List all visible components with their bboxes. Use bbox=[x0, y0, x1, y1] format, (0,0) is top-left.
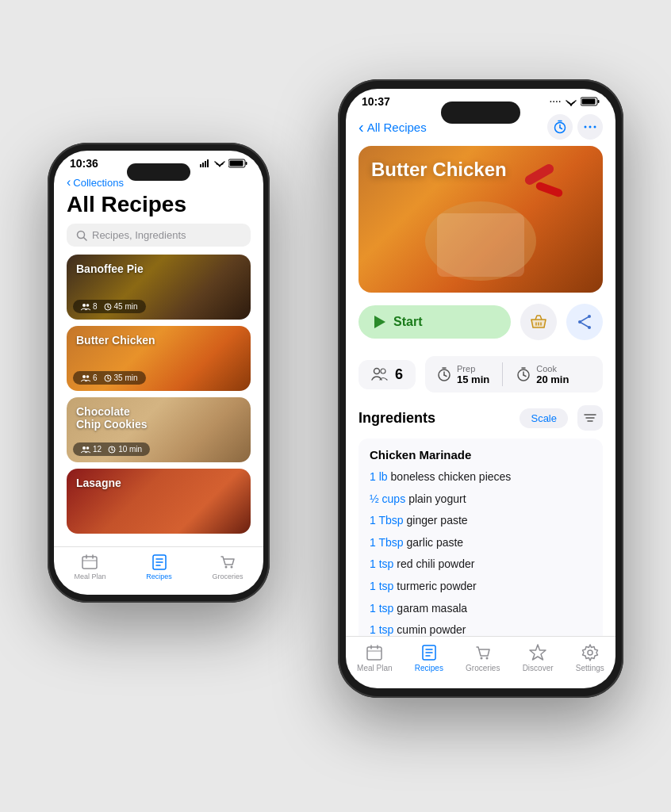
tab-settings-front[interactable]: Settings bbox=[576, 643, 604, 672]
recipe-card-lasagne[interactable]: Lasagne bbox=[67, 469, 251, 534]
time-butter-chicken: 35 min bbox=[104, 373, 138, 382]
ingredients-header: Ingredients Scale bbox=[346, 402, 615, 439]
dots-icon: ···· bbox=[550, 98, 562, 106]
recipes-icon bbox=[151, 553, 168, 571]
tab-groceries-back[interactable]: Groceries bbox=[213, 553, 243, 580]
basket-icon bbox=[529, 312, 548, 331]
svg-point-16 bbox=[86, 375, 90, 378]
front-time: 10:37 bbox=[362, 95, 390, 108]
timer-icon bbox=[553, 120, 567, 134]
front-tab-bar: Meal Plan Recipes bbox=[346, 636, 615, 688]
svg-line-24 bbox=[112, 450, 113, 450]
ingredient-8: 1 tsp cumin powder bbox=[370, 619, 592, 636]
servings-banoffee: 8 bbox=[81, 302, 98, 311]
servings-butter-chicken: 6 bbox=[81, 373, 98, 382]
front-status-icons: ···· bbox=[550, 97, 600, 106]
recipe-card-butter-chicken[interactable]: Butter Chicken 6 bbox=[67, 326, 251, 391]
timer-btn[interactable] bbox=[547, 114, 573, 140]
svg-rect-37 bbox=[598, 100, 600, 103]
svg-point-34 bbox=[231, 566, 233, 569]
filter-button[interactable] bbox=[577, 405, 603, 431]
back-time: 10:36 bbox=[70, 157, 98, 170]
people-icon bbox=[81, 303, 90, 311]
groceries-icon bbox=[219, 553, 236, 571]
svg-line-9 bbox=[84, 237, 87, 240]
svg-point-45 bbox=[594, 126, 596, 128]
svg-rect-0 bbox=[200, 164, 201, 167]
tab-discover-front[interactable]: Discover bbox=[523, 643, 554, 672]
recipe-title-butter-chicken: Butter Chicken bbox=[76, 334, 155, 347]
recipe-list: Banoffee Pie 8 bbox=[54, 255, 263, 546]
cook-time-value: 20 min bbox=[536, 373, 569, 385]
back-page-title: All Recipes bbox=[67, 189, 251, 224]
more-btn[interactable] bbox=[577, 114, 603, 140]
cook-time-info: Cook 20 min bbox=[536, 364, 569, 385]
action-buttons: Start bbox=[346, 293, 615, 351]
svg-rect-65 bbox=[367, 647, 382, 660]
wifi-icon bbox=[214, 159, 225, 167]
chevron-left-icon: ‹ bbox=[67, 176, 71, 189]
tab-groceries-front[interactable]: Groceries bbox=[466, 643, 500, 672]
collections-label: Collections bbox=[73, 177, 124, 189]
meal-plan-tab-icon bbox=[365, 643, 384, 662]
ingredient-5: 1 tsp red chili powder bbox=[370, 553, 592, 576]
basket-button[interactable] bbox=[520, 304, 557, 340]
svg-rect-6 bbox=[246, 162, 247, 165]
share-icon bbox=[577, 314, 592, 330]
search-bar[interactable]: Recipes, Ingredients bbox=[67, 224, 251, 247]
tab-recipes-front[interactable]: Recipes bbox=[415, 643, 443, 672]
people-icon bbox=[81, 446, 90, 454]
recipe-card-cookies[interactable]: ChocolateChip Cookies 12 bbox=[67, 397, 251, 462]
discover-tab-icon bbox=[528, 643, 547, 662]
battery-icon bbox=[228, 159, 247, 168]
recipe-hero-image: Butter Chicken bbox=[359, 146, 603, 293]
meal-plan-icon bbox=[81, 553, 98, 571]
cook-clock-icon bbox=[516, 366, 531, 382]
settings-tab-icon bbox=[581, 643, 600, 662]
svg-line-60 bbox=[523, 375, 526, 377]
svg-point-35 bbox=[570, 104, 572, 105]
ingredients-controls: Scale bbox=[520, 405, 603, 431]
recipe-card-banoffee[interactable]: Banoffee Pie 8 bbox=[67, 255, 251, 320]
prep-time-value: 15 min bbox=[457, 373, 489, 385]
play-icon bbox=[374, 316, 385, 328]
filter-icon bbox=[584, 412, 596, 423]
svg-point-51 bbox=[578, 320, 581, 324]
clock-icon bbox=[108, 446, 116, 454]
svg-point-74 bbox=[485, 657, 488, 660]
svg-line-14 bbox=[108, 307, 109, 308]
prep-clock-icon bbox=[436, 366, 452, 382]
svg-point-10 bbox=[82, 304, 86, 307]
svg-point-21 bbox=[86, 446, 90, 450]
prep-time-info: Prep 15 min bbox=[457, 364, 489, 385]
tab-meal-plan-front[interactable]: Meal Plan bbox=[357, 643, 392, 672]
back-phone-screen: 10:36 bbox=[54, 151, 263, 595]
svg-point-15 bbox=[82, 375, 86, 378]
people-icon bbox=[81, 374, 90, 382]
start-button[interactable]: Start bbox=[359, 305, 511, 339]
time-banoffee: 45 min bbox=[104, 302, 138, 311]
svg-point-33 bbox=[225, 566, 228, 569]
svg-point-75 bbox=[588, 650, 592, 655]
tab-recipes-back[interactable]: Recipes bbox=[146, 553, 172, 580]
signal-icon bbox=[200, 159, 211, 167]
phone-back: 10:36 bbox=[48, 143, 270, 603]
scale-button[interactable]: Scale bbox=[520, 408, 568, 428]
svg-point-43 bbox=[585, 126, 587, 128]
svg-rect-38 bbox=[582, 99, 596, 105]
share-button[interactable] bbox=[566, 304, 603, 340]
more-icon bbox=[584, 125, 596, 128]
svg-point-50 bbox=[588, 326, 591, 329]
servings-cookies: 12 bbox=[81, 445, 102, 454]
back-dynamic-island bbox=[127, 163, 190, 181]
recipe-title-banoffee: Banoffee Pie bbox=[76, 262, 144, 275]
clock-icon bbox=[104, 374, 112, 382]
header-actions-right bbox=[547, 114, 603, 140]
svg-point-20 bbox=[82, 446, 86, 450]
all-recipes-back-link[interactable]: ‹ All Recipes bbox=[359, 119, 427, 135]
svg-rect-25 bbox=[82, 557, 97, 569]
ingredient-2: ½ cups plain yogurt bbox=[370, 488, 592, 511]
tab-meal-plan-back[interactable]: Meal Plan bbox=[74, 553, 105, 580]
svg-point-4 bbox=[219, 166, 220, 167]
ingredient-7: 1 tsp garam masala bbox=[370, 598, 592, 620]
